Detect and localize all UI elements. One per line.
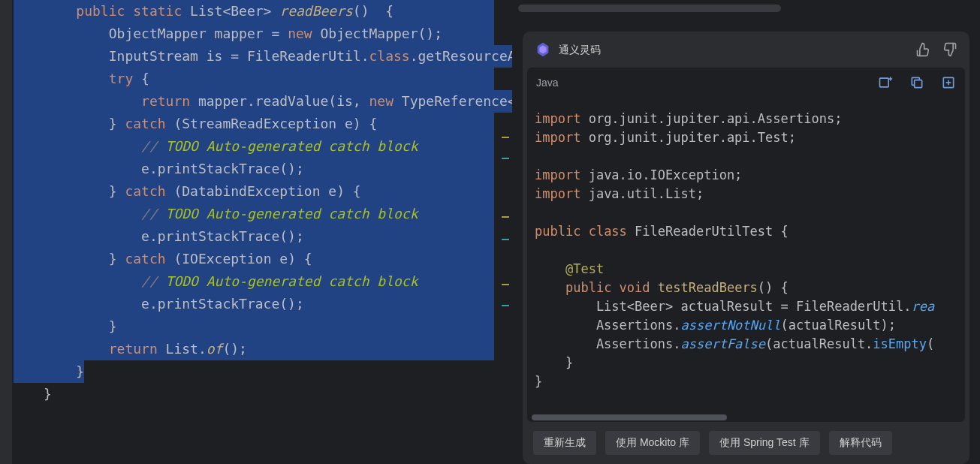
code-line[interactable]: } catch (IOException e) {	[14, 248, 512, 270]
code-language-label: Java	[536, 71, 559, 94]
top-scrollbar-stub	[512, 0, 980, 17]
insert-code-icon[interactable]	[878, 75, 893, 90]
thumbs-down-icon[interactable]	[942, 42, 957, 57]
ai-code-line: }	[535, 372, 957, 391]
code-line[interactable]: // TODO Auto-generated catch block	[14, 135, 512, 158]
ai-action-button-1[interactable]: 使用 Mockito 库	[605, 431, 700, 455]
code-editor-pane[interactable]: public static List<Beer> readBeers() { O…	[0, 0, 512, 464]
code-line[interactable]: // TODO Auto-generated catch block	[14, 203, 512, 225]
ai-action-button-3[interactable]: 解释代码	[829, 431, 892, 455]
ai-code-line: import org.junit.jupiter.api.Assertions;	[535, 110, 957, 128]
svg-rect-2	[880, 78, 889, 87]
ai-code-line: List<Beer> actualResult = FileReaderUtil…	[535, 297, 957, 316]
ai-code-scrollbar-thumb[interactable]	[532, 414, 727, 420]
top-scrollbar-thumb[interactable]	[518, 5, 781, 12]
tongyi-logo-icon	[535, 41, 551, 58]
ai-code-line: Assertions.assertNotNull(actualResult);	[535, 316, 957, 335]
ai-code-line	[535, 203, 957, 222]
code-line[interactable]: e.printStackTrace();	[14, 158, 512, 180]
ai-code-block[interactable]: import org.junit.jupiter.api.Assertions;…	[527, 98, 965, 413]
code-line[interactable]: } catch (StreamReadException e) {	[14, 113, 512, 135]
ai-code-line: import org.junit.jupiter.api.Test;	[535, 128, 957, 147]
code-line[interactable]: }	[14, 315, 512, 338]
code-line[interactable]: }	[14, 383, 512, 405]
code-line[interactable]: public static List<Beer> readBeers() {	[14, 0, 512, 23]
ai-action-button-0[interactable]: 重新生成	[533, 431, 596, 455]
ai-card-title: 通义灵码	[559, 38, 915, 61]
ai-code-line: public class FileReaderUtilTest {	[535, 222, 957, 241]
ai-code-line: import java.util.List;	[535, 185, 957, 203]
code-action-icons	[878, 75, 956, 90]
code-language-bar: Java	[527, 68, 965, 98]
ai-code-line: }	[535, 354, 957, 372]
new-file-icon[interactable]	[941, 75, 956, 90]
ai-card-header: 通义灵码	[523, 32, 969, 68]
code-line[interactable]: } catch (DatabindException e) {	[14, 180, 512, 203]
ai-action-button-2[interactable]: 使用 Spring Test 库	[709, 431, 820, 455]
code-line[interactable]: return List.of();	[14, 338, 512, 360]
ai-code-line: Assertions.assertFalse(actualResult.isEm…	[535, 335, 957, 354]
ai-code-scrollbar[interactable]	[527, 413, 965, 422]
code-line[interactable]: InputStream is = FileReaderUtil.class.ge…	[14, 45, 512, 68]
code-line[interactable]: e.printStackTrace();	[14, 225, 512, 248]
assistant-pane: 通义灵码 Java import org.junit.jupiter.api.A…	[512, 0, 980, 464]
copy-code-icon[interactable]	[909, 75, 924, 90]
ai-code-line: @Test	[535, 260, 957, 279]
ai-code-line: import java.io.IOException;	[535, 166, 957, 185]
code-line[interactable]: try {	[14, 68, 512, 90]
code-area[interactable]: public static List<Beer> readBeers() { O…	[0, 0, 512, 405]
ai-code-line	[535, 241, 957, 260]
ai-action-bar: 重新生成使用 Mockito 库使用 Spring Test 库解释代码	[523, 422, 969, 464]
code-line[interactable]: e.printStackTrace();	[14, 293, 512, 315]
code-line[interactable]: return mapper.readValue(is, new TypeRefe…	[14, 90, 512, 113]
ai-response-card: 通义灵码 Java import org.junit.jupiter.api.A…	[523, 32, 969, 464]
ai-code-line	[535, 147, 957, 166]
svg-rect-5	[915, 80, 922, 88]
code-line[interactable]: ObjectMapper mapper = new ObjectMapper()…	[14, 23, 512, 45]
thumbs-up-icon[interactable]	[915, 42, 930, 57]
ai-code-line: public void testReadBeers() {	[535, 279, 957, 297]
code-line[interactable]: }	[14, 360, 512, 383]
ai-feedback-icons	[915, 42, 957, 57]
code-line[interactable]: // TODO Auto-generated catch block	[14, 270, 512, 293]
